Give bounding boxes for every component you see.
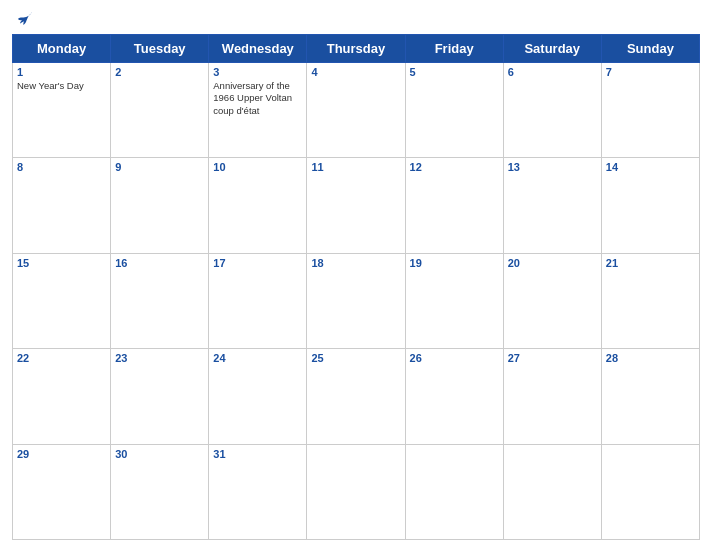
calendar-cell: 17 [209,253,307,348]
day-number: 17 [213,257,302,269]
calendar-cell: 27 [503,349,601,444]
calendar-cell: 19 [405,253,503,348]
weekday-header-friday: Friday [405,35,503,63]
day-number: 25 [311,352,400,364]
weekday-header-monday: Monday [13,35,111,63]
day-number: 5 [410,66,499,78]
calendar-cell: 6 [503,63,601,158]
day-number: 21 [606,257,695,269]
calendar-cell: 8 [13,158,111,253]
header [12,10,700,28]
calendar-cell: 21 [601,253,699,348]
day-number: 3 [213,66,302,78]
day-number: 1 [17,66,106,78]
calendar-cell: 2 [111,63,209,158]
calendar-cell: 14 [601,158,699,253]
weekday-header-tuesday: Tuesday [111,35,209,63]
day-number: 8 [17,161,106,173]
day-number: 16 [115,257,204,269]
day-number: 15 [17,257,106,269]
day-number: 19 [410,257,499,269]
calendar-cell: 26 [405,349,503,444]
day-number: 4 [311,66,400,78]
calendar-cell: 4 [307,63,405,158]
day-number: 2 [115,66,204,78]
day-number: 7 [606,66,695,78]
calendar-cell: 28 [601,349,699,444]
day-number: 22 [17,352,106,364]
day-number: 9 [115,161,204,173]
day-number: 20 [508,257,597,269]
calendar-cell [601,444,699,539]
day-number: 27 [508,352,597,364]
calendar-cell: 24 [209,349,307,444]
calendar-cell: 3Anniversary of the 1966 Upper Voltan co… [209,63,307,158]
weekday-header-row: MondayTuesdayWednesdayThursdayFridaySatu… [13,35,700,63]
calendar-cell: 7 [601,63,699,158]
day-number: 12 [410,161,499,173]
calendar-cell: 30 [111,444,209,539]
day-number: 13 [508,161,597,173]
weekday-header-saturday: Saturday [503,35,601,63]
calendar-cell: 16 [111,253,209,348]
calendar-week-row: 293031 [13,444,700,539]
day-number: 11 [311,161,400,173]
weekday-header-thursday: Thursday [307,35,405,63]
day-number: 31 [213,448,302,460]
calendar-cell: 15 [13,253,111,348]
page: MondayTuesdayWednesdayThursdayFridaySatu… [0,0,712,550]
calendar-cell: 13 [503,158,601,253]
day-number: 28 [606,352,695,364]
calendar-cell: 22 [13,349,111,444]
weekday-header-wednesday: Wednesday [209,35,307,63]
calendar-cell: 31 [209,444,307,539]
logo-bird-icon [16,10,34,28]
calendar-cell: 1New Year's Day [13,63,111,158]
calendar-cell: 29 [13,444,111,539]
day-number: 14 [606,161,695,173]
day-number: 26 [410,352,499,364]
calendar-week-row: 22232425262728 [13,349,700,444]
calendar-table: MondayTuesdayWednesdayThursdayFridaySatu… [12,34,700,540]
day-number: 6 [508,66,597,78]
calendar-cell [503,444,601,539]
calendar-cell: 25 [307,349,405,444]
calendar-cell: 10 [209,158,307,253]
logo [14,10,34,28]
calendar-cell: 11 [307,158,405,253]
weekday-header-sunday: Sunday [601,35,699,63]
event-text: Anniversary of the 1966 Upper Voltan cou… [213,80,302,117]
calendar-week-row: 1New Year's Day23Anniversary of the 1966… [13,63,700,158]
event-text: New Year's Day [17,80,106,92]
calendar-cell: 20 [503,253,601,348]
calendar-cell: 5 [405,63,503,158]
calendar-week-row: 15161718192021 [13,253,700,348]
day-number: 23 [115,352,204,364]
day-number: 29 [17,448,106,460]
day-number: 18 [311,257,400,269]
day-number: 24 [213,352,302,364]
calendar-cell: 9 [111,158,209,253]
day-number: 10 [213,161,302,173]
calendar-cell: 12 [405,158,503,253]
calendar-cell [307,444,405,539]
day-number: 30 [115,448,204,460]
calendar-cell: 23 [111,349,209,444]
calendar-cell [405,444,503,539]
calendar-week-row: 891011121314 [13,158,700,253]
calendar-cell: 18 [307,253,405,348]
